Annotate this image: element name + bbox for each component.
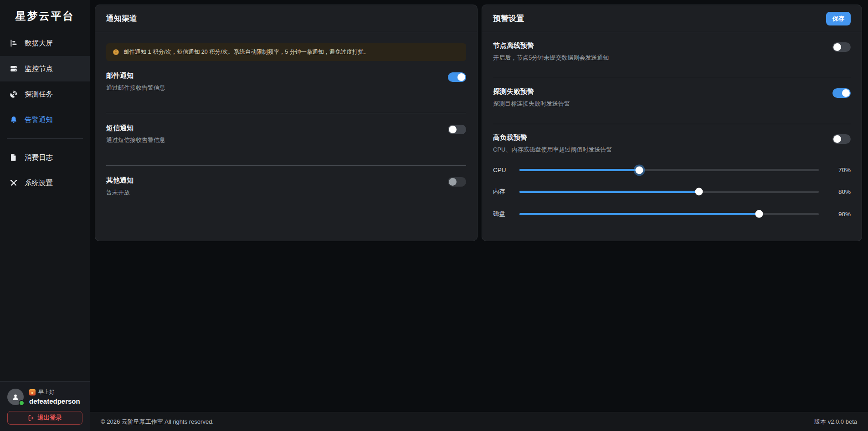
sidebar-item-data-screen[interactable]: 数据大屏: [0, 30, 90, 56]
sidebar-item-label: 系统设置: [25, 178, 53, 188]
notification-channels-card: 通知渠道 邮件通知 1 积分/次，短信通知 20 积分/次。系统自动限制频率，5…: [95, 5, 478, 241]
memory-slider[interactable]: [519, 191, 819, 193]
card-title-notification-channels: 通知渠道: [106, 13, 137, 24]
other-notify-toggle[interactable]: [448, 177, 466, 187]
alert-settings-card: 预警设置 保存 节点离线预警 开启后，节点5分钟未提交数据则会发送通知 探测失败…: [482, 5, 862, 241]
logout-label: 退出登录: [37, 414, 62, 422]
greeting-text: 早上好: [38, 388, 55, 396]
slider-label-cpu: CPU: [493, 167, 519, 173]
logout-button[interactable]: 退出登录: [7, 411, 82, 425]
memory-slider-row: 内存 80%: [493, 188, 851, 196]
cpu-slider-value: 70%: [829, 167, 851, 173]
setting-desc: CPU、内存或磁盘使用率超过阈值时发送告警: [493, 146, 612, 154]
cpu-slider[interactable]: [519, 169, 819, 171]
logout-icon: [28, 415, 35, 421]
setting-title: 邮件通知: [106, 71, 165, 80]
avatar[interactable]: [7, 389, 24, 405]
app-root: 星梦云平台 数据大屏: [0, 0, 868, 431]
setting-desc: 通过邮件接收告警信息: [106, 84, 165, 92]
footer: © 2026 云阶星幕工作室 All rights reserved. 版本 v…: [90, 412, 868, 431]
nav-divider: [7, 138, 83, 139]
sms-notify-toggle[interactable]: [448, 125, 466, 134]
setting-row-node-offline: 节点离线预警 开启后，节点5分钟未提交数据则会发送通知: [493, 32, 851, 78]
slider-label-memory: 内存: [493, 188, 519, 196]
server-icon: [10, 65, 18, 73]
sidebar: 星梦云平台 数据大屏: [0, 0, 90, 431]
sidebar-item-alert-notifications[interactable]: 告警通知: [0, 107, 90, 132]
sidebar-item-label: 消费日志: [25, 153, 53, 162]
card-title-alert-settings: 预警设置: [493, 13, 524, 24]
sidebar-item-label: 探测任务: [25, 90, 53, 99]
setting-title: 节点离线预警: [493, 41, 609, 50]
setting-title: 高负载预警: [493, 133, 612, 142]
setting-title: 其他通知: [106, 176, 134, 185]
app-logo: 星梦云平台: [0, 0, 90, 30]
sidebar-item-monitor-nodes[interactable]: 监控节点: [0, 56, 90, 81]
disk-slider[interactable]: [519, 213, 819, 215]
cpu-slider-row: CPU 70%: [493, 167, 851, 173]
disk-slider-knob[interactable]: [755, 210, 763, 218]
cpu-slider-knob[interactable]: [635, 166, 643, 174]
setting-desc: 开启后，节点5分钟未提交数据则会发送通知: [493, 54, 609, 62]
disk-slider-row: 磁盘 90%: [493, 210, 851, 218]
probe-fail-toggle[interactable]: [832, 88, 851, 98]
person-icon: [11, 392, 20, 401]
sidebar-spacer: [0, 196, 90, 381]
version-text: 版本 v2.0.0 beta: [814, 418, 857, 426]
node-offline-toggle[interactable]: [832, 42, 851, 52]
setting-desc: 探测目标连接失败时发送告警: [493, 100, 570, 108]
disk-slider-value: 90%: [829, 211, 851, 218]
sidebar-item-label: 告警通知: [25, 115, 53, 125]
memory-slider-value: 80%: [829, 188, 851, 195]
copyright-text: © 2026 云阶星幕工作室 All rights reserved.: [101, 418, 214, 426]
setting-desc: 暂未开放: [106, 188, 134, 197]
sidebar-item-label: 监控节点: [25, 64, 53, 74]
document-icon: [10, 153, 18, 162]
sidebar-item-probe-tasks[interactable]: 探测任务: [0, 81, 90, 107]
tools-icon: [10, 179, 18, 187]
banner-text: 邮件通知 1 积分/次，短信通知 20 积分/次。系统自动限制频率，5 分钟一条…: [123, 48, 370, 56]
sidebar-nav: 数据大屏 监控节点: [0, 30, 90, 196]
high-load-toggle[interactable]: [832, 134, 851, 144]
sidebar-item-label: 数据大屏: [25, 39, 53, 48]
dashboard-chart-icon: [10, 39, 18, 47]
content-area: 通知渠道 邮件通知 1 积分/次，短信通知 20 积分/次。系统自动限制频率，5…: [90, 0, 868, 412]
setting-row-high-load: 高负载预警 CPU、内存或磁盘使用率超过阈值时发送告警: [493, 124, 851, 160]
slider-label-disk: 磁盘: [493, 210, 519, 218]
main-area: 通知渠道 邮件通知 1 积分/次，短信通知 20 积分/次。系统自动限制频率，5…: [90, 0, 868, 431]
threshold-sliders: CPU 70% 内存: [493, 167, 851, 218]
sunrise-icon: [29, 389, 36, 396]
setting-row-other: 其他通知 暂未开放: [106, 166, 466, 218]
setting-title: 短信通知: [106, 124, 165, 132]
username: defeatedperson: [29, 397, 80, 405]
sidebar-item-consumption-logs[interactable]: 消费日志: [0, 145, 90, 170]
setting-title: 探测失败预警: [493, 87, 570, 96]
save-button[interactable]: 保存: [826, 12, 851, 25]
bell-icon: [10, 116, 18, 124]
setting-row-probe-fail: 探测失败预警 探测目标连接失败时发送告警: [493, 78, 851, 124]
setting-desc: 通过短信接收告警信息: [106, 136, 165, 144]
email-notify-toggle[interactable]: [448, 72, 466, 82]
info-icon: [113, 49, 119, 56]
setting-row-sms: 短信通知 通过短信接收告警信息: [106, 113, 466, 166]
memory-slider-knob[interactable]: [695, 188, 703, 196]
online-status-dot: [19, 400, 25, 406]
satellite-dish-icon: [10, 90, 18, 98]
sidebar-item-system-settings[interactable]: 系统设置: [0, 170, 90, 196]
user-panel: 早上好 defeatedperson 退出登录: [0, 381, 90, 431]
setting-row-email: 邮件通知 通过邮件接收告警信息: [106, 61, 466, 113]
rate-limit-info-banner: 邮件通知 1 积分/次，短信通知 20 积分/次。系统自动限制频率，5 分钟一条…: [106, 43, 466, 61]
